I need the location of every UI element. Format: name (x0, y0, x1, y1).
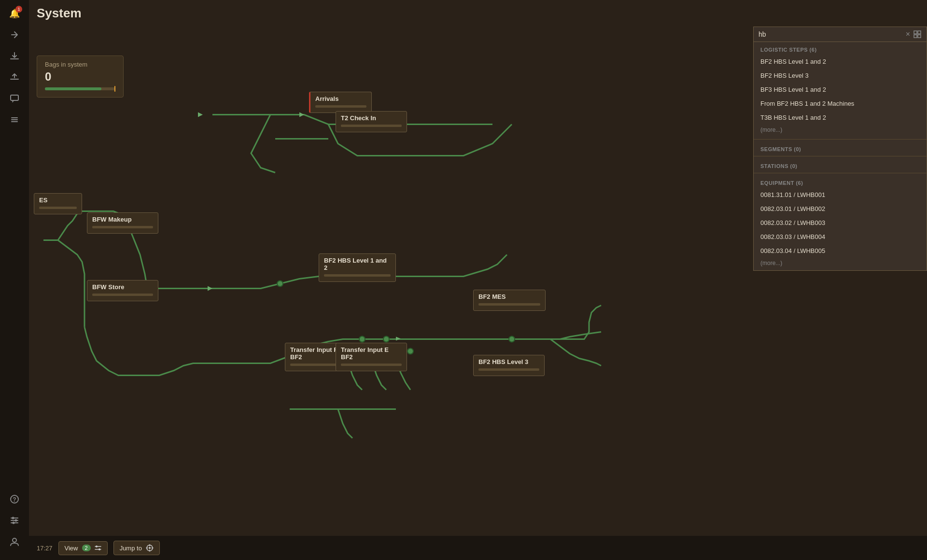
share-icon (10, 30, 19, 40)
station-node (509, 336, 515, 342)
map-node-bfw-makeup[interactable]: BFW Makeup (87, 212, 158, 234)
notification-badge: 1 (15, 6, 22, 13)
search-overlay: × LOGISTIC STEPS (6) BF2 HBS Level 1 and… (753, 27, 927, 271)
transfer-input-e-title: Transfer Input E BF2 (341, 346, 402, 361)
search-item-bf2-hbs-3[interactable]: BF2 HBS Level 3 (754, 69, 927, 83)
sidebar-icon-comment[interactable] (6, 90, 23, 107)
es-title: ES (39, 196, 77, 204)
time-display: 17:27 (37, 545, 53, 552)
track-arrow (299, 112, 304, 117)
divider-2 (754, 156, 927, 156)
es-bar (39, 207, 77, 209)
map-view-icon[interactable] (913, 30, 922, 39)
map-node-arrivals[interactable]: Arrivals (309, 92, 372, 113)
arrivals-title: Arrivals (315, 95, 366, 102)
svg-rect-16 (918, 35, 921, 38)
bags-count: 0 (45, 70, 115, 84)
search-item-eq3[interactable]: 0082.03.02 / LWHB003 (754, 216, 927, 230)
search-clear-button[interactable]: × (906, 30, 910, 39)
map-node-bf2-hbs-12[interactable]: BF2 HBS Level 1 and 2 (319, 253, 396, 282)
map-node-transfer-input-e[interactable]: Transfer Input E BF2 (336, 343, 407, 371)
svg-point-12 (13, 538, 16, 542)
help-icon: ? (10, 494, 19, 504)
svg-point-11 (13, 522, 15, 524)
t2-checkin-title: T2 Check In (341, 114, 402, 122)
svg-rect-15 (914, 35, 917, 38)
station-node (359, 336, 365, 342)
bfw-makeup-bar (92, 226, 153, 228)
svg-point-7 (12, 517, 14, 519)
bags-panel: Bags in system 0 (37, 56, 124, 98)
track-arrow (208, 286, 212, 291)
search-item-bf3-hbs-12[interactable]: BF3 HBS Level 1 and 2 (754, 83, 927, 97)
bfw-makeup-title: BFW Makeup (92, 216, 153, 223)
sidebar-icon-sliders[interactable] (6, 512, 23, 529)
page-title: System (37, 6, 82, 21)
transfer-input-e-bar (341, 364, 402, 366)
bags-bar-fill (45, 87, 101, 90)
map-node-bfw-store[interactable]: BFW Store (87, 280, 158, 301)
svg-rect-13 (914, 31, 917, 34)
svg-point-18 (96, 546, 98, 547)
sidebar: 🔔 1 ? (0, 0, 29, 560)
search-box: × (753, 27, 927, 42)
svg-point-22 (149, 547, 151, 549)
jump-to-button[interactable]: Jump to (113, 541, 160, 555)
bags-bar-marker (114, 86, 115, 92)
section-header-logistic-steps: LOGISTIC STEPS (6) (754, 42, 927, 55)
track-arrow (396, 337, 401, 341)
search-dropdown: LOGISTIC STEPS (6) BF2 HBS Level 1 and 2… (753, 42, 927, 271)
search-input[interactable] (758, 30, 903, 38)
sidebar-icon-plane-departure[interactable] (6, 69, 23, 86)
search-item-eq4[interactable]: 0082.03.03 / LWHB004 (754, 230, 927, 244)
arrivals-bar (315, 105, 366, 108)
map-node-t2-checkin[interactable]: T2 Check In (336, 111, 407, 132)
view-label: View (65, 545, 78, 552)
sidebar-icon-share[interactable] (6, 26, 23, 43)
plane-arrival-icon (10, 51, 19, 61)
search-item-eq2[interactable]: 0082.03.01 / LWHB002 (754, 202, 927, 216)
bf2-hbs-12-title: BF2 HBS Level 1 and 2 (324, 257, 391, 271)
bfw-store-bar (92, 294, 153, 296)
view-count-badge: 2 (82, 545, 91, 551)
map-node-bf2-hbs-3[interactable]: BF2 HBS Level 3 (473, 355, 545, 376)
bf2-hbs-12-bar (324, 274, 391, 277)
sidebar-icon-help[interactable]: ? (6, 490, 23, 508)
plane-departure-icon (10, 72, 19, 82)
svg-rect-14 (918, 31, 921, 34)
section-header-equipment: EQUIPMENT (6) (754, 175, 927, 188)
bags-bar (45, 87, 115, 90)
sidebar-icon-bell[interactable]: 🔔 1 (6, 5, 23, 22)
svg-text:?: ? (13, 496, 16, 503)
bottom-bar: 17:27 View 2 Jump to (29, 536, 927, 560)
bf2-hbs-3-bar (478, 368, 539, 371)
search-item-eq5[interactable]: 0082.03.04 / LWHB005 (754, 244, 927, 258)
bf2-hbs-3-title: BF2 HBS Level 3 (478, 358, 539, 365)
bfw-store-title: BFW Store (92, 283, 153, 291)
search-item-bf2-hbs-12[interactable]: BF2 HBS Level 1 and 2 (754, 55, 927, 69)
sidebar-icon-user[interactable] (6, 533, 23, 550)
sidebar-icon-list[interactable] (6, 111, 23, 128)
search-item-eq1[interactable]: 0081.31.01 / LWHB001 (754, 188, 927, 202)
bf2-mes-bar (478, 303, 540, 306)
search-item-from-bf2-hbs[interactable]: From BF2 HBS 1 and 2 Machines (754, 97, 927, 111)
station-node (277, 281, 283, 287)
view-button[interactable]: View 2 (58, 541, 108, 555)
svg-point-20 (98, 548, 100, 550)
map-area[interactable]: Bags in system 0 (29, 27, 927, 560)
sidebar-icon-plane-arrival[interactable] (6, 47, 23, 65)
topbar: System (29, 0, 927, 27)
bf2-mes-title: BF2 MES (478, 293, 540, 300)
search-more-logistic[interactable]: (more...) (754, 125, 927, 137)
map-node-es[interactable]: ES (34, 193, 82, 214)
map-node-bf2-mes[interactable]: BF2 MES (473, 290, 546, 311)
jump-label: Jump to (120, 545, 142, 552)
station-node (383, 336, 389, 342)
svg-point-9 (15, 519, 17, 522)
t2-checkin-bar (341, 125, 402, 127)
bags-label: Bags in system (45, 61, 115, 68)
search-item-t3b-hbs[interactable]: T3B HBS Level 1 and 2 (754, 111, 927, 125)
search-more-equipment[interactable]: (more...) (754, 258, 927, 270)
user-icon (10, 537, 19, 546)
section-header-segments: SEGMENTS (0) (754, 141, 927, 154)
